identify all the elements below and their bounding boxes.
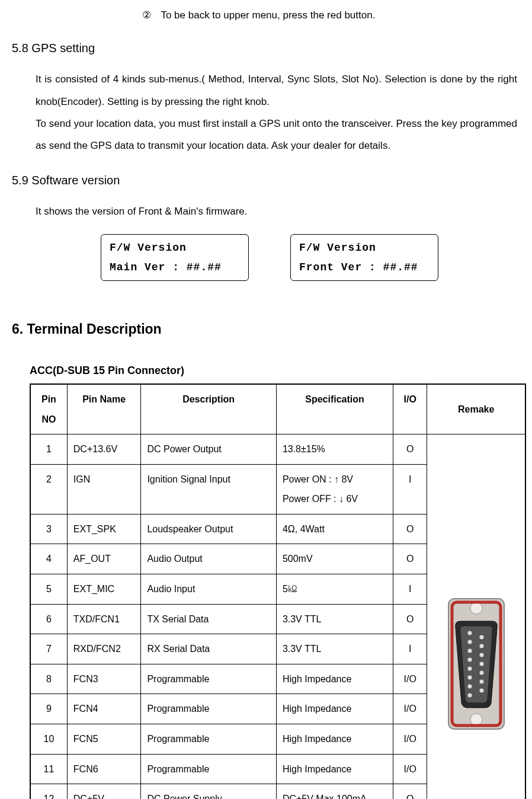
circled-number: ② (142, 9, 151, 21)
svg-point-17 (479, 689, 483, 693)
svg-point-8 (467, 676, 472, 680)
cell-desc: Audio Input (141, 574, 276, 605)
cell-desc: Programmable (141, 754, 276, 784)
cell-pinno: 7 (30, 634, 67, 664)
numbered-item: ② To be back to upper menu, press the re… (142, 6, 520, 25)
cell-spec: High Impedance (276, 664, 393, 694)
cell-pinname: FCN6 (67, 754, 141, 784)
svg-point-5 (467, 649, 472, 653)
cell-spec: 4Ω, 4Watt (276, 514, 393, 544)
cell-pinno: 3 (30, 514, 67, 544)
section-5-8-heading: 5.8 GPS setting (12, 37, 520, 59)
lcd-box-front: F/W Version Front Ver : ##.## (290, 234, 438, 281)
lcd-box-main: F/W Version Main Ver : ##.## (101, 234, 249, 281)
cell-spec: High Impedance (276, 754, 393, 784)
section-5-8-p1: It is consisted of 4 kinds sub-menus.( M… (36, 68, 517, 113)
lcd-front-line2: Front Ver : ##.## (299, 258, 430, 277)
lcd-row: F/W Version Main Ver : ##.## F/W Version… (101, 234, 520, 281)
cell-pinno: 5 (30, 574, 67, 605)
cell-io: I (393, 574, 427, 605)
svg-point-11 (479, 635, 483, 640)
dsub-connector-icon (444, 587, 509, 741)
cell-desc: Audio Output (141, 544, 276, 574)
cell-pinname: DC+13.6V (67, 434, 141, 465)
cell-io: I (393, 634, 427, 664)
svg-point-6 (467, 658, 472, 662)
cell-spec: 500mV (276, 544, 393, 574)
cell-io: I (393, 464, 427, 514)
cell-desc: Programmable (141, 694, 276, 724)
cell-io: I/O (393, 724, 427, 755)
cell-pinno: 1 (30, 434, 67, 465)
lcd-front-line1: F/W Version (299, 238, 430, 257)
cell-desc: Programmable (141, 724, 276, 755)
svg-point-2 (470, 714, 482, 726)
cell-pinno: 10 (30, 724, 67, 755)
cell-io: I/O (393, 664, 427, 694)
cell-pinname: DC+5V (67, 784, 141, 799)
table-row: 1DC+13.6VDC Power Output13.8±15%O (30, 434, 525, 465)
cell-pinname: TXD/FCN1 (67, 604, 141, 634)
cell-remake (427, 434, 525, 799)
cell-spec: 3.3V TTL (276, 634, 393, 664)
th-pinname: Pin Name (67, 384, 141, 434)
acc-connector-table: Pin NO Pin Name Description Specificatio… (30, 383, 526, 799)
section-5-8-p2: To send your location data, you must fir… (36, 113, 517, 157)
cell-io: O (393, 514, 427, 544)
th-pinno: Pin NO (30, 384, 67, 434)
th-desc: Description (141, 384, 276, 434)
cell-spec: 13.8±15% (276, 434, 393, 465)
svg-point-15 (479, 671, 483, 675)
svg-point-4 (467, 640, 472, 644)
th-io: I/O (393, 384, 427, 434)
svg-point-10 (467, 693, 472, 698)
cell-io: O (393, 544, 427, 574)
svg-point-7 (467, 667, 472, 671)
cell-spec: Power ON : ↑ 8VPower OFF : ↓ 6V (276, 464, 393, 514)
cell-spec: DC+5V Max 100mA (276, 784, 393, 799)
cell-pinname: EXT_SPK (67, 514, 141, 544)
cell-spec: 5㏀ (276, 574, 393, 605)
cell-io: O (393, 784, 427, 799)
cell-pinname: FCN4 (67, 694, 141, 724)
chapter-6-heading: 6. Terminal Description (12, 317, 520, 343)
svg-point-3 (467, 631, 472, 635)
cell-desc: Loudspeaker Output (141, 514, 276, 544)
th-spec: Specification (276, 384, 393, 434)
cell-pinno: 2 (30, 464, 67, 514)
cell-pinname: EXT_MIC (67, 574, 141, 605)
cell-pinno: 9 (30, 694, 67, 724)
cell-pinname: FCN3 (67, 664, 141, 694)
th-remake: Remake (427, 384, 525, 434)
numbered-item-text: To be back to upper menu, press the red … (161, 9, 375, 21)
svg-point-13 (479, 653, 483, 657)
cell-spec: 3.3V TTL (276, 604, 393, 634)
cell-pinname: RXD/FCN2 (67, 634, 141, 664)
cell-pinno: 4 (30, 544, 67, 574)
cell-io: I/O (393, 754, 427, 784)
svg-point-14 (479, 662, 483, 666)
cell-pinname: AF_OUT (67, 544, 141, 574)
cell-spec: High Impedance (276, 724, 393, 755)
cell-io: O (393, 604, 427, 634)
cell-pinno: 11 (30, 754, 67, 784)
cell-desc: Programmable (141, 664, 276, 694)
cell-pinname: FCN5 (67, 724, 141, 755)
cell-pinno: 6 (30, 604, 67, 634)
section-5-9-heading: 5.9 Software version (12, 169, 520, 191)
cell-spec: High Impedance (276, 694, 393, 724)
cell-desc: TX Serial Data (141, 604, 276, 634)
svg-point-1 (470, 602, 482, 614)
cell-desc: RX Serial Data (141, 634, 276, 664)
section-5-9-p1: It shows the version of Front & Main's f… (36, 200, 517, 222)
cell-pinno: 12 (30, 784, 67, 799)
lcd-main-line1: F/W Version (110, 238, 240, 257)
svg-point-12 (479, 644, 483, 648)
table-header-row: Pin NO Pin Name Description Specificatio… (30, 384, 525, 434)
cell-io: O (393, 434, 427, 465)
svg-point-9 (467, 685, 472, 689)
acc-table-title: ACC(D-SUB 15 Pin Connector) (30, 360, 520, 381)
cell-desc: DC Power Output (141, 434, 276, 465)
cell-pinno: 8 (30, 664, 67, 694)
svg-point-16 (479, 680, 483, 684)
